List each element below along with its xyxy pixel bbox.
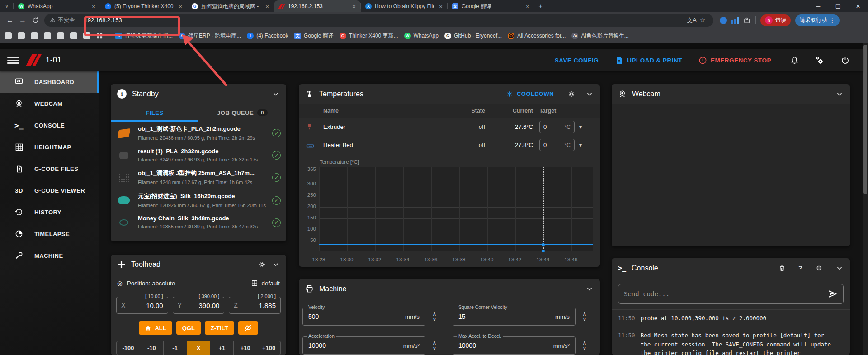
stepper-arrows[interactable]: ∧∨ [428,312,441,322]
mainsail-logo-icon[interactable] [29,54,38,66]
sidebar-item-gcode-files[interactable]: G-CODE FILES [0,158,99,180]
bookmark-icon[interactable] [18,32,25,39]
browser-tab[interactable]: 文 Google 翻译 × [448,0,534,12]
tab-close-icon[interactable]: × [437,3,444,10]
sidebar-item-console[interactable]: >_ CONSOLE [0,114,99,136]
tab-job-queue[interactable]: JOB QUEUE 0 [198,104,286,122]
kebab-menu-icon[interactable]: ⋮ [830,17,835,24]
maximize-button[interactable]: ❑ [828,0,848,12]
velocity-field[interactable]: Velocity 500 mm/s [302,308,425,326]
bookmark-icon[interactable] [70,32,77,39]
sidebar-item-gcode-viewer[interactable]: 3D G-CODE VIEWER [0,180,99,201]
menu-icon[interactable] [7,57,19,64]
bookmark-item[interactable]: WWhatsApp [404,33,439,39]
browser-tab[interactable]: X How to Obtain Klippy Files | E × [361,0,448,12]
jog-axis-x-label[interactable]: X [187,341,211,355]
jog-minus-10-button[interactable]: -10 [140,341,164,355]
tab-close-icon[interactable]: × [177,3,184,10]
reload-icon[interactable] [29,14,42,27]
gear-icon[interactable] [258,260,266,269]
collapse-chevron-icon[interactable] [835,264,844,272]
bookmark-icon[interactable] [44,32,51,39]
gear-icon[interactable] [567,90,576,98]
trash-icon[interactable] [778,265,786,272]
scrollbar-thumb[interactable] [863,45,867,194]
bookmark-item[interactable]: f(4) Facebook [247,33,288,39]
browser-tab[interactable]: G 如何查询电脑的局域网 - Goog × [187,0,274,12]
max-accel-to-decel-field[interactable]: Max Accel. to Decel. 10000 mm/s² [453,336,576,355]
qgl-button[interactable]: QGL [176,321,201,335]
tab-files[interactable]: FILES [111,104,198,122]
heater-row-bed[interactable]: Heater Bed off 27.8°C 0 °C ▾ [299,136,600,154]
tab-close-icon[interactable]: × [264,3,271,10]
bookmark-item[interactable]: AiAI角色影片替换生... [571,32,628,40]
jog-minus-100-button[interactable]: -100 [116,341,140,355]
collapse-chevron-icon[interactable] [585,90,594,98]
bookmark-item[interactable]: GGitHub - Eryoneof... [444,33,502,39]
bookmark-icon[interactable] [57,32,64,39]
home-all-button[interactable]: ALL [139,321,172,335]
stepper-arrows[interactable]: ∧∨ [578,341,591,350]
bookmark-star-icon[interactable]: ☆ [697,15,708,26]
z-tilt-button[interactable]: Z-TILT [205,321,234,335]
tab-close-icon[interactable]: × [90,3,97,10]
sidebar-item-machine[interactable]: MACHINE [0,245,99,266]
collapse-chevron-icon[interactable] [835,90,844,98]
console-input[interactable] [624,290,828,298]
back-icon[interactable]: ← [4,14,16,27]
notifications-bell-icon[interactable] [785,56,804,65]
emergency-stop-button[interactable]: EMERGENCY STOP [698,56,771,65]
bookmark-item[interactable]: OAll Accessories for... [508,33,566,39]
bookmark-item[interactable]: 文Google 翻译 [294,32,334,40]
target-temp-input[interactable]: 0 °C [539,139,575,151]
motors-off-button[interactable] [238,321,258,335]
jog-plus-100-button[interactable]: +100 [257,341,281,355]
sidebar-item-history[interactable]: HISTORY [0,201,99,223]
translate-page-icon[interactable]: 文A [686,15,697,26]
cooldown-button[interactable]: COOLDOWN [506,90,554,98]
preset-dropdown-icon[interactable]: ▾ [575,139,586,151]
extension-icon[interactable] [720,17,727,24]
file-row[interactable]: obj_1_洞洞板 J型挂钩 25mm_ASA_1h7m... Filament… [111,166,286,189]
collapse-chevron-icon[interactable] [585,285,594,293]
power-icon[interactable] [835,56,854,65]
file-row[interactable]: obj_1_测试-新色卡_PLA_2h2m.gcode Filament: 20… [111,122,286,145]
help-icon[interactable]: ? [798,264,802,272]
file-row[interactable]: result (1)_PLA_2h32m.gcode Filament: 324… [111,145,286,166]
file-row[interactable]: 元宝(招财进宝)_Silk_16h20m.gcode Filament: 120… [111,189,286,212]
page-scrollbar[interactable] [863,43,868,355]
acceleration-field[interactable]: Acceleration 10000 mm/s² [302,336,425,355]
save-config-button[interactable]: SAVE CONFIG [555,57,599,64]
jog-plus-1-button[interactable]: +1 [210,341,234,355]
gear-icon[interactable] [815,264,823,272]
forward-icon[interactable]: → [16,14,29,27]
file-row[interactable]: Money Chain_Silk_3h48m.gcode Filament: 1… [111,212,286,233]
action-badge[interactable]: 请采取行动 ⋮ [795,14,840,26]
security-chip[interactable]: 不安全 [50,16,75,24]
sidebar-item-dashboard[interactable]: DASHBOARD [0,71,99,93]
tab-close-icon[interactable]: × [350,3,358,10]
tab-search-icon[interactable]: ∨ [0,0,14,12]
close-button[interactable]: ✕ [848,0,868,12]
axis-y-input[interactable]: [ 390.00 ] Y 390.00 [173,297,225,314]
analytics-extension-icon[interactable] [731,17,739,24]
stepper-arrows[interactable]: ∧∨ [578,312,591,322]
minimize-button[interactable]: ─ [808,0,828,12]
bookmark-item[interactable]: GThinker X400 更新... [340,32,398,40]
upload-print-button[interactable]: UPLOAD & PRINT [615,56,682,65]
browser-tab-active[interactable]: 192.168.2.153 × [274,0,361,12]
jog-plus-10-button[interactable]: +10 [234,341,257,355]
browser-tab[interactable]: W WhatsApp × [14,0,100,12]
error-badge[interactable]: h 错误 [760,14,791,26]
collapse-chevron-icon[interactable] [272,90,280,98]
send-icon[interactable] [828,289,838,299]
bed-mesh-profile[interactable]: default [251,279,280,287]
axis-z-input[interactable]: [ 2.000 ] Z 1.885 [229,297,281,314]
heater-row-extruder[interactable]: Extruder off 27.6°C 0 °C ▾ [299,118,600,136]
preset-dropdown-icon[interactable]: ▾ [575,121,586,133]
bookmark-icon[interactable] [5,32,12,39]
new-tab-button[interactable]: + [534,0,547,12]
collapse-chevron-icon[interactable] [272,260,280,269]
stepper-arrows[interactable]: ∧∨ [428,341,441,350]
tab-close-icon[interactable]: × [524,3,531,10]
